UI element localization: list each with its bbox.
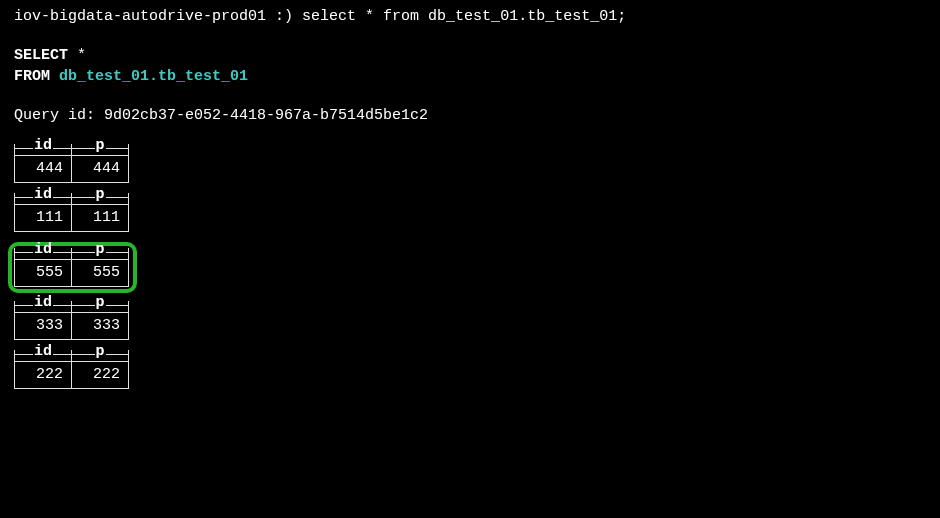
cell-p: 222 <box>71 361 129 389</box>
cell-id: 222 <box>14 361 72 389</box>
col-header-id: id <box>14 248 72 259</box>
echo-line-2: FROM db_test_01.tb_test_01 <box>14 66 926 87</box>
col-header-p: p <box>71 350 129 361</box>
table-row: 555 555 <box>14 259 129 287</box>
query-id-label: Query id: <box>14 107 95 124</box>
table-name: db_test_01.tb_test_01 <box>59 68 248 85</box>
result-block-1: id p 111 111 <box>14 193 129 232</box>
table-row: 111 111 <box>14 204 129 232</box>
cell-p: 444 <box>71 155 129 183</box>
cell-id: 444 <box>14 155 72 183</box>
table-row: 444 444 <box>14 155 129 183</box>
col-header-p: p <box>71 144 129 155</box>
cell-id: 111 <box>14 204 72 232</box>
cell-id: 555 <box>14 259 72 287</box>
query-id-value: 9d02cb37-e052-4418-967a-b7514d5be1c2 <box>104 107 428 124</box>
table-row: 333 333 <box>14 312 129 340</box>
kw-select: SELECT <box>14 47 68 64</box>
cell-id: 333 <box>14 312 72 340</box>
sql-command: select * from db_test_01.tb_test_01; <box>302 8 626 25</box>
highlighted-result: id p 555 555 <box>8 242 137 293</box>
cell-p: 111 <box>71 204 129 232</box>
prompt-host: iov-bigdata-autodrive-prod01 <box>14 8 266 25</box>
col-header-id: id <box>14 350 72 361</box>
cell-p: 555 <box>71 259 129 287</box>
col-header-p: p <box>71 248 129 259</box>
cell-p: 333 <box>71 312 129 340</box>
result-block-4: id p 222 222 <box>14 350 129 389</box>
table-row: 222 222 <box>14 361 129 389</box>
col-header-id: id <box>14 193 72 204</box>
result-block-0: id p 444 444 <box>14 144 129 183</box>
prompt-line[interactable]: iov-bigdata-autodrive-prod01 :) select *… <box>14 6 926 27</box>
col-header-id: id <box>14 144 72 155</box>
col-header-p: p <box>71 193 129 204</box>
col-header-p: p <box>71 301 129 312</box>
query-id-line: Query id: 9d02cb37-e052-4418-967a-b7514d… <box>14 105 926 126</box>
echo-line-1: SELECT * <box>14 45 926 66</box>
result-block-3: id p 333 333 <box>14 301 129 340</box>
prompt-smiley: :) <box>275 8 293 25</box>
col-header-id: id <box>14 301 72 312</box>
result-block-2: id p 555 555 <box>14 248 129 287</box>
kw-from: FROM <box>14 68 50 85</box>
star: * <box>77 47 86 64</box>
